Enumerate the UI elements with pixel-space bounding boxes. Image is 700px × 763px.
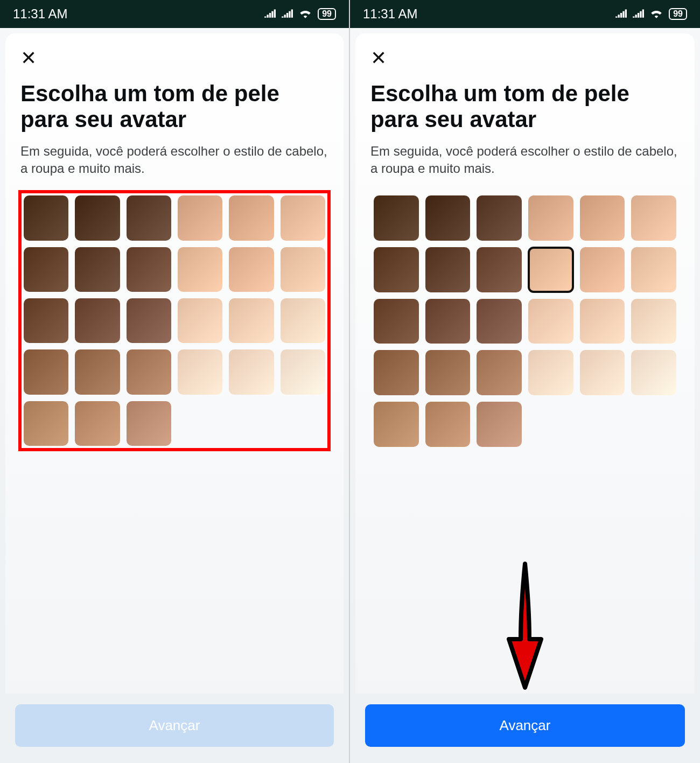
skin-tone-swatch[interactable] <box>631 247 676 292</box>
skin-tone-swatch[interactable] <box>229 247 274 292</box>
skin-tone-swatch[interactable] <box>425 350 471 395</box>
skin-tone-swatch[interactable] <box>75 298 120 343</box>
skin-tone-swatch[interactable] <box>127 298 171 343</box>
signal-icon-1 <box>615 8 627 20</box>
skin-tone-swatch[interactable] <box>477 195 522 241</box>
skin-tone-swatch[interactable] <box>528 350 573 395</box>
skin-tone-swatch[interactable] <box>75 247 120 292</box>
skin-tone-swatch[interactable] <box>425 247 471 292</box>
skin-tone-swatch[interactable] <box>580 299 625 344</box>
next-button[interactable]: Avançar <box>15 704 334 747</box>
skin-tone-swatch[interactable] <box>229 195 274 240</box>
next-button[interactable]: Avançar <box>365 704 685 747</box>
close-icon[interactable]: ✕ <box>20 48 42 68</box>
skin-tone-swatch[interactable] <box>127 247 171 292</box>
status-time: 11:31 AM <box>13 6 67 22</box>
skin-tone-swatch[interactable] <box>374 350 419 395</box>
skin-tone-swatch[interactable] <box>281 298 325 343</box>
skin-tone-grid-wrap <box>370 192 680 450</box>
skin-tone-swatch[interactable] <box>528 195 573 241</box>
page-title: Escolha um tom de pele para seu avatar <box>370 81 680 133</box>
skin-tone-swatch[interactable] <box>24 298 68 343</box>
phone-right: 11:31 AM 99 ✕ Escolha um tom de pele par… <box>350 0 700 763</box>
status-bar: 11:31 AM 99 <box>0 0 349 28</box>
skin-tone-swatch[interactable] <box>127 401 171 446</box>
content-card: ✕ Escolha um tom de pele para seu avatar… <box>355 33 695 694</box>
skin-tone-swatch[interactable] <box>24 401 68 446</box>
page-subtitle: Em seguida, você poderá escolher o estil… <box>20 143 328 178</box>
status-bar: 11:31 AM 99 <box>350 0 700 28</box>
skin-tone-swatch[interactable] <box>580 195 625 241</box>
close-icon[interactable]: ✕ <box>370 48 392 68</box>
skin-tone-swatch[interactable] <box>75 401 120 446</box>
skin-tone-swatch[interactable] <box>24 195 68 240</box>
skin-tone-swatch[interactable] <box>75 349 120 394</box>
signal-icon-2 <box>632 8 644 20</box>
skin-tone-swatch[interactable] <box>178 349 222 394</box>
skin-tone-swatch[interactable] <box>374 402 419 447</box>
skin-tone-swatch[interactable] <box>374 299 419 344</box>
skin-tone-grid <box>24 195 325 446</box>
status-time: 11:31 AM <box>363 6 417 22</box>
skin-tone-swatch[interactable] <box>477 350 522 395</box>
skin-tone-swatch[interactable] <box>477 402 522 447</box>
skin-tone-grid <box>374 195 676 446</box>
page-title: Escolha um tom de pele para seu avatar <box>20 81 328 133</box>
skin-tone-swatch[interactable] <box>24 349 68 394</box>
battery-icon: 99 <box>669 8 687 20</box>
status-icons: 99 <box>264 8 336 21</box>
skin-tone-swatch[interactable] <box>580 247 625 292</box>
content-card: ✕ Escolha um tom de pele para seu avatar… <box>5 33 344 694</box>
skin-tone-swatch[interactable] <box>425 195 471 241</box>
footer: Avançar <box>0 694 349 763</box>
wifi-icon <box>298 8 312 21</box>
phone-left: 11:31 AM 99 ✕ Escolha um tom de pele par… <box>0 0 350 763</box>
skin-tone-swatch[interactable] <box>374 247 419 292</box>
signal-icon-1 <box>264 8 276 20</box>
skin-tone-swatch[interactable] <box>229 349 274 394</box>
skin-tone-swatch[interactable] <box>425 299 471 344</box>
skin-tone-swatch[interactable] <box>127 349 171 394</box>
skin-tone-grid-highlight <box>20 192 328 449</box>
skin-tone-swatch[interactable] <box>178 195 222 240</box>
skin-tone-swatch[interactable] <box>178 247 222 292</box>
skin-tone-swatch[interactable] <box>631 299 676 344</box>
skin-tone-swatch[interactable] <box>24 247 68 292</box>
skin-tone-swatch[interactable] <box>178 298 222 343</box>
signal-icon-2 <box>281 8 293 20</box>
skin-tone-swatch[interactable] <box>75 195 120 240</box>
status-icons: 99 <box>615 8 687 21</box>
skin-tone-swatch[interactable] <box>229 298 274 343</box>
wifi-icon <box>649 8 663 21</box>
skin-tone-swatch[interactable] <box>281 349 325 394</box>
footer: Avançar <box>350 694 700 763</box>
skin-tone-swatch[interactable] <box>580 350 625 395</box>
skin-tone-swatch[interactable] <box>631 195 676 241</box>
battery-icon: 99 <box>318 8 336 20</box>
page-subtitle: Em seguida, você poderá escolher o estil… <box>370 143 680 178</box>
skin-tone-swatch[interactable] <box>631 350 676 395</box>
skin-tone-swatch[interactable] <box>477 247 522 292</box>
skin-tone-swatch[interactable] <box>281 195 325 240</box>
skin-tone-swatch[interactable] <box>425 402 471 447</box>
skin-tone-swatch[interactable] <box>281 247 325 292</box>
skin-tone-swatch[interactable] <box>477 299 522 344</box>
skin-tone-swatch[interactable] <box>528 247 573 292</box>
skin-tone-swatch[interactable] <box>374 195 419 241</box>
skin-tone-swatch[interactable] <box>127 195 171 240</box>
skin-tone-swatch[interactable] <box>528 299 573 344</box>
